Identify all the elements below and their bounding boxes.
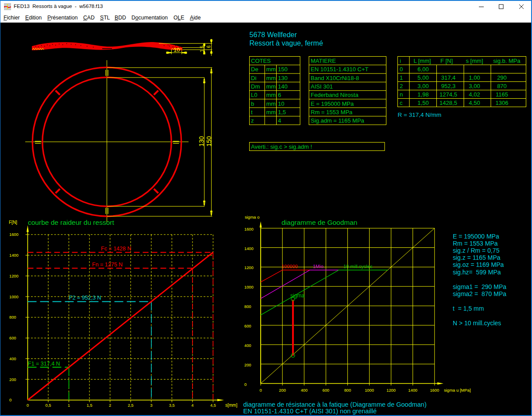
svg-text:1400: 1400 [9, 253, 19, 258]
svg-text:sigma o: sigma o [245, 215, 259, 220]
svg-text:sig.z = 1165 MPa: sig.z = 1165 MPa [453, 254, 501, 261]
svg-text:10: 10 [278, 100, 284, 107]
svg-text:mm: mm [266, 100, 276, 107]
svg-text:L0: L0 [251, 92, 257, 98]
svg-text:3: 3 [150, 403, 152, 408]
svg-text:i: i [400, 58, 401, 64]
svg-text:952,3: 952,3 [441, 83, 456, 89]
svg-text:sigma1 = 290 MPa: sigma1 = 290 MPa [453, 283, 506, 290]
svg-text:0: 0 [259, 388, 262, 393]
svg-text:b: b [251, 100, 254, 107]
svg-text:1400: 1400 [244, 247, 254, 251]
svg-text:1600: 1600 [244, 227, 254, 231]
svg-text:150: 150 [278, 66, 288, 73]
svg-text:1400: 1400 [408, 388, 417, 393]
svg-text:400: 400 [9, 357, 16, 361]
svg-text:800: 800 [344, 388, 351, 393]
svg-text:1,50: 1,50 [417, 100, 428, 106]
svg-text:200: 200 [244, 363, 251, 367]
svg-text:sig.b. MPa: sig.b. MPa [493, 58, 520, 64]
svg-text:N > 10 mill.cycles: N > 10 mill.cycles [453, 320, 501, 327]
svg-text:mm: mm [266, 109, 276, 116]
svg-text:400: 400 [244, 343, 251, 348]
svg-text:L [mm]: L [mm] [413, 58, 431, 64]
svg-text:1600: 1600 [9, 232, 19, 237]
svg-text:1000: 1000 [9, 295, 19, 299]
svg-text:0: 0 [244, 382, 247, 387]
svg-text:1306: 1306 [496, 100, 509, 106]
svg-text:z: z [251, 117, 254, 124]
svg-text:Band X10CrNi18-8: Band X10CrNi18-8 [311, 75, 359, 81]
svg-text:MATIERE: MATIERE [311, 58, 336, 64]
svg-text:F[N]: F[N] [9, 220, 17, 225]
svg-text:3,00: 3,00 [469, 83, 480, 89]
svg-text:1: 1 [68, 403, 70, 408]
svg-text:n: n [400, 91, 403, 98]
svg-text:6,00: 6,00 [417, 66, 428, 73]
svg-text:sigma: sigma [290, 293, 305, 299]
svg-text:c: c [400, 100, 403, 106]
svg-text:1,5: 1,5 [87, 403, 93, 408]
svg-text:4,5: 4,5 [210, 403, 216, 408]
svg-text:1,5: 1,5 [278, 109, 286, 116]
svg-text:diagramme de Goodman: diagramme de Goodman [281, 219, 357, 226]
svg-text:1,00: 1,00 [469, 74, 480, 81]
svg-text:courbe de raideur du ressort: courbe de raideur du ressort [28, 219, 114, 226]
svg-text:COTES: COTES [251, 58, 271, 64]
svg-text:1,5: 1,5 [199, 46, 204, 52]
svg-text:F1 = 317,4 N: F1 = 317,4 N [28, 361, 60, 367]
svg-text:1600: 1600 [430, 388, 439, 393]
svg-text:1,98: 1,98 [417, 91, 428, 98]
svg-text:1165: 1165 [496, 91, 508, 98]
svg-text:0: 0 [27, 403, 29, 408]
svg-text:100000: 100000 [281, 264, 298, 269]
svg-text:mm: mm [266, 92, 276, 98]
svg-text:Di: Di [251, 75, 256, 81]
svg-text:10 mill.cycles: 10 mill.cycles [343, 264, 373, 269]
svg-text:t: t [251, 109, 253, 116]
svg-text:600: 600 [9, 336, 16, 340]
svg-text:5,00: 5,00 [417, 74, 428, 81]
svg-text:2: 2 [400, 83, 403, 89]
svg-text:AISI 301: AISI 301 [311, 83, 333, 90]
svg-text:Averti.: sig.c > sig.adm !: Averti.: sig.c > sig.adm ! [251, 143, 312, 150]
svg-text:3,00: 3,00 [417, 83, 428, 89]
svg-text:s [mm]: s [mm] [466, 58, 483, 64]
svg-text:600: 600 [323, 388, 330, 393]
svg-text:mm: mm [266, 66, 276, 73]
svg-text:Sig.adm = 1165 MPa: Sig.adm = 1165 MPa [311, 117, 365, 124]
svg-text:mm: mm [266, 83, 276, 90]
svg-text:4: 4 [191, 403, 193, 408]
svg-text:290: 290 [497, 74, 507, 81]
svg-text:0: 0 [400, 66, 403, 73]
svg-text:t = 1,5 mm: t = 1,5 mm [453, 305, 484, 312]
svg-text:10: 10 [173, 46, 180, 53]
svg-text:De: De [251, 66, 258, 73]
svg-text:1274,5: 1274,5 [439, 91, 457, 98]
svg-text:1428,5: 1428,5 [439, 100, 457, 106]
svg-text:sig.z / Rm = 0,75: sig.z / Rm = 0,75 [453, 247, 500, 254]
svg-text:6: 6 [278, 92, 281, 98]
svg-text:Rm = 1553 MPa: Rm = 1553 MPa [453, 240, 498, 247]
svg-text:5678 Wellfeder: 5678 Wellfeder [250, 31, 297, 39]
svg-text:E = 195000 MPa: E = 195000 MPa [311, 100, 354, 107]
svg-text:sigma u [MPa]: sigma u [MPa] [444, 388, 471, 393]
svg-text:130: 130 [198, 136, 205, 146]
svg-text:130: 130 [278, 75, 288, 81]
svg-text:0,5: 0,5 [46, 403, 51, 408]
svg-text:1: 1 [400, 74, 403, 81]
svg-text:1200: 1200 [386, 388, 396, 393]
svg-text:Fc = 1428 N: Fc = 1428 N [101, 246, 131, 252]
svg-text:Federband Nirosta: Federband Nirosta [311, 92, 359, 98]
svg-text:1000: 1000 [244, 285, 254, 289]
svg-text:sig.hz= 599 MPa: sig.hz= 599 MPa [453, 269, 501, 276]
svg-text:F2 = 952,3 N: F2 = 952,3 N [69, 295, 101, 301]
svg-text:EN 10151-1.4310 C+T: EN 10151-1.4310 C+T [311, 66, 369, 73]
svg-text:800: 800 [244, 304, 251, 309]
svg-text:F [N]: F [N] [440, 58, 453, 64]
svg-text:mm: mm [266, 75, 276, 81]
svg-text:600: 600 [244, 324, 251, 328]
svg-text:sigma2 = 870 MPa: sigma2 = 870 MPa [453, 290, 506, 297]
svg-text:Fn = 1275 N: Fn = 1275 N [92, 262, 123, 268]
svg-text:3,5: 3,5 [169, 403, 175, 408]
